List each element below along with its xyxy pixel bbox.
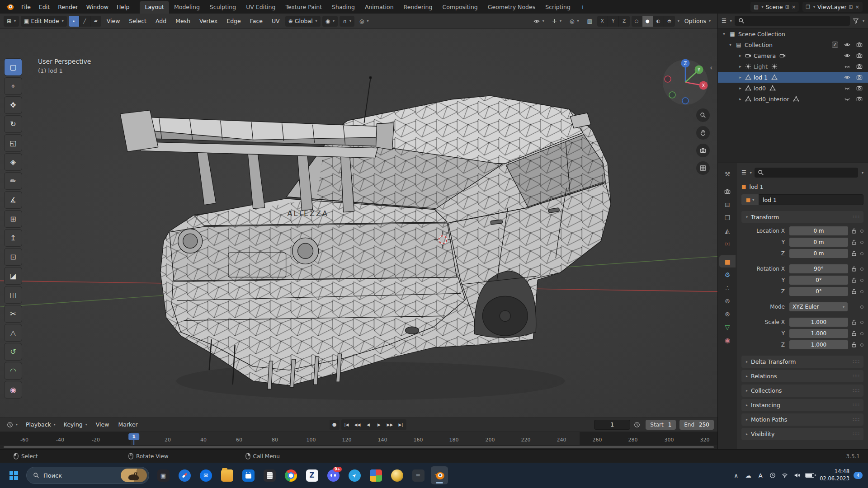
lock-icon[interactable] [851,239,857,245]
lock-icon[interactable] [851,288,857,295]
tray-chevron-icon[interactable]: ∧ [731,468,741,483]
playback-menu[interactable]: Playback▾ [23,419,59,430]
language-indicator[interactable]: A [755,468,766,483]
rotation-z-field[interactable]: 0° [789,287,848,296]
tool-rotate[interactable]: ↻ [5,116,22,132]
tool-inset-faces[interactable]: ⊡ [5,249,22,265]
scene-selector[interactable]: ▤▾ Scene ⊞ × [750,2,799,12]
taskbar-app-discord[interactable]: 9+ [325,466,342,484]
preview-range-toggle[interactable] [632,420,642,430]
taskbar-app-chrome[interactable] [282,466,299,484]
animate-dot[interactable] [860,252,863,255]
options-dropdown[interactable]: Options▾ [681,16,714,27]
lock-icon[interactable] [851,250,857,257]
taskbar-search-input[interactable]: Поиск [26,467,149,484]
rotation-mode-dropdown[interactable]: XYZ Euler▾ [789,302,848,311]
tool-extrude-region[interactable]: ↥ [5,230,22,246]
notification-badge[interactable]: 4 [854,472,863,479]
orientation-dropdown[interactable]: ⊕Global▾ [285,16,321,27]
render-camera-icon[interactable] [856,63,863,70]
select-menu[interactable]: Select [125,16,150,26]
clock-date[interactable]: 14:4802.06.2023 [817,468,852,482]
lock-icon[interactable] [851,342,857,348]
tool-select-box[interactable]: ▢ [5,59,22,75]
pan-button[interactable] [696,126,710,140]
timeline-view-menu[interactable]: View [92,419,113,430]
properties-editor-icon[interactable]: ☰ [741,169,746,176]
expand-icon[interactable]: ▸ [738,75,743,80]
tab-object-properties[interactable] [719,255,736,267]
taskbar-app-messenger[interactable] [197,466,214,484]
render-camera-icon[interactable] [856,85,863,91]
battery-icon[interactable] [804,468,816,483]
tool-add-cube[interactable]: ⊞ [5,211,22,227]
tab-constraint-properties[interactable] [719,308,736,320]
filter-icon[interactable] [853,18,859,24]
mirror-y-button[interactable]: Y [608,16,619,27]
pivot-dropdown[interactable]: ◉▾ [322,16,338,27]
outliner-row-scene-collection[interactable]: ▾ ▦ Scene Collection [718,28,868,39]
outliner-search-input[interactable] [735,16,850,26]
previous-keyframe-button[interactable]: ◀◀ [353,420,363,430]
gizmo-z-label[interactable]: Z [684,61,687,66]
eye-closed-icon[interactable] [844,85,850,91]
tool-poly-build[interactable]: △ [5,324,22,341]
new-scene-icon[interactable]: ⊞ [785,4,789,10]
tab-material-properties[interactable] [719,334,736,346]
unlink-scene-icon[interactable]: × [792,4,796,10]
eye-open-icon[interactable] [844,42,850,48]
taskbar-app-window[interactable] [155,466,172,484]
section-visibility[interactable]: ▸Visibility∷∷ [741,428,863,440]
remove-view-layer-icon[interactable]: × [855,4,859,10]
camera-view-button[interactable] [696,144,710,157]
eye-closed-icon[interactable] [844,63,850,70]
timeline-editor-type-button[interactable]: ▾ [4,419,21,430]
object-name-field[interactable]: lod 1 [759,194,863,205]
expand-icon[interactable]: ▸ [738,64,743,69]
volume-icon[interactable] [792,468,802,483]
rotation-y-field[interactable]: 0° [789,276,848,285]
expand-icon[interactable]: ▸ [738,86,743,90]
tab-animation[interactable]: Animation [360,1,399,14]
animate-dot[interactable] [860,305,863,309]
panel-grip-icon[interactable]: ∷∷ [853,388,860,394]
gizmo-negative-y[interactable] [669,92,675,98]
blender-logo-icon[interactable] [5,2,15,11]
panel-grip-icon[interactable]: ∷∷ [853,431,860,437]
timeline-ruler[interactable]: -60 -40 -20 20 40 60 80 100 120 140 160 … [0,432,717,446]
uv-menu[interactable]: UV [268,16,283,26]
tab-modifier-properties[interactable] [719,268,736,281]
render-camera-icon[interactable] [856,96,863,102]
taskbar-app-coin[interactable] [388,466,406,484]
animate-dot[interactable] [860,321,863,324]
toggle-ortho-button[interactable] [696,161,710,175]
start-frame-field[interactable]: Start1 [646,420,676,430]
next-keyframe-button[interactable]: ▶▶ [385,420,395,430]
viewport-3d[interactable]: ALTEZZA User Perspective (1) lod 1 ▢ ⌖ ✥ [0,29,717,418]
taskbar-app-blender[interactable] [431,466,448,484]
outliner-row-camera[interactable]: ▸ Camera [718,50,868,61]
gizmo-y-label[interactable]: Y [697,67,701,72]
location-z-field[interactable]: 0 m [789,249,848,258]
tool-knife[interactable]: ✂ [5,305,22,322]
tool-scale[interactable]: ◱ [5,135,22,151]
expand-icon[interactable]: ▾ [728,42,733,47]
animate-dot[interactable] [860,332,863,335]
lock-icon[interactable] [851,277,857,283]
sidebar-collapse-arrow[interactable]: ‹ [710,63,712,72]
gizmo-negative-x[interactable] [665,76,671,82]
gizmo-negative-z[interactable] [682,98,689,104]
viewport-canvas[interactable]: ALTEZZA [0,29,717,418]
edge-menu[interactable]: Edge [223,16,244,26]
proportional-editing-toggle[interactable]: ◎▾ [356,16,372,27]
wireframe-shading-button[interactable]: ○ [632,16,642,27]
panel-grip-icon[interactable]: ∷∷ [853,373,860,379]
tab-shading[interactable]: Shading [327,1,360,14]
edit-menu[interactable]: Edit [35,2,54,12]
tool-cursor[interactable]: ⌖ [5,78,22,94]
mesh-menu[interactable]: Mesh [172,16,194,26]
outliner-row-light[interactable]: ▸ Light [718,61,868,72]
animate-dot[interactable] [860,241,863,244]
material-shading-button[interactable]: ◐ [653,16,664,27]
scale-x-field[interactable]: 1.000 [789,318,848,327]
